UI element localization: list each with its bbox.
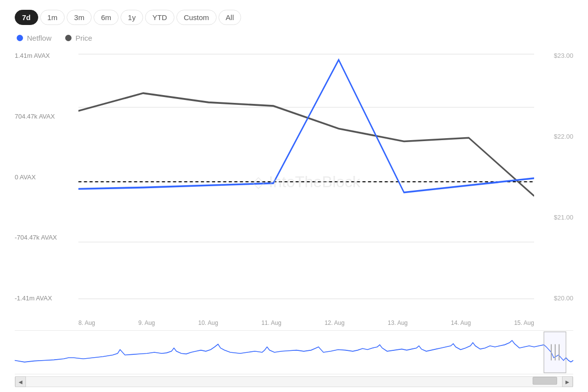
scroll-track[interactable] [26, 377, 562, 387]
netflow-dot [17, 35, 23, 41]
x-axis-label: 14. Aug [451, 319, 471, 326]
time-range-bar: 7d1m3m6m1yYTDCustomAll [15, 10, 573, 25]
y-left-label: 0 AVAX [15, 173, 74, 181]
time-btn-3m[interactable]: 3m [67, 10, 92, 25]
chart-svg-container: ◇ IntoTheBlock [78, 47, 534, 317]
y-right-label: $23.00 [538, 52, 573, 59]
y-right-label: $20.00 [538, 294, 573, 302]
x-axis-label: 10. Aug [198, 319, 219, 326]
time-btn-1y[interactable]: 1y [121, 10, 143, 25]
time-btn-all[interactable]: All [219, 10, 242, 25]
x-axis-label: 11. Aug [261, 319, 281, 326]
scroll-thumb[interactable] [533, 377, 557, 385]
time-btn-ytd[interactable]: YTD [145, 10, 174, 25]
scroll-left-arrow[interactable]: ◀ [15, 376, 26, 387]
x-axis-label: 15. Aug [514, 319, 534, 326]
y-right-label: $21.00 [538, 214, 573, 221]
x-axis-label: 13. Aug [388, 319, 408, 326]
scroll-bar: ◀ ▶ [15, 376, 573, 387]
price-dot [65, 35, 72, 41]
x-axis-label: 12. Aug [324, 319, 344, 326]
netflow-line [78, 60, 534, 193]
legend-price: Price [65, 34, 92, 42]
x-axis-label: 9. Aug [138, 319, 155, 326]
y-left-label: 1.41m AVAX [15, 52, 74, 59]
main-chart-wrapper: 1.41m AVAX704.47k AVAX0 AVAX-704.47k AVA… [15, 47, 573, 317]
time-btn-1m[interactable]: 1m [40, 10, 65, 25]
main-chart-svg [78, 47, 534, 317]
time-btn-7d[interactable]: 7d [15, 10, 38, 25]
x-axis: 8. Aug9. Aug10. Aug11. Aug12. Aug13. Aug… [78, 317, 534, 326]
time-btn-custom[interactable]: Custom [176, 10, 217, 25]
mini-chart-container [15, 330, 573, 374]
time-btn-6m[interactable]: 6m [94, 10, 119, 25]
y-right-label: $22.00 [538, 133, 573, 140]
y-axis-left: 1.41m AVAX704.47k AVAX0 AVAX-704.47k AVA… [15, 47, 78, 317]
legend-netflow: Netflow [17, 34, 51, 42]
legend: Netflow Price [15, 34, 573, 42]
y-left-label: 704.47k AVAX [15, 113, 74, 120]
mini-chart-svg [15, 331, 573, 374]
y-axis-right: $23.00$22.00$21.00$20.00 [534, 47, 573, 317]
scroll-right-arrow[interactable]: ▶ [562, 376, 573, 387]
price-label: Price [75, 34, 92, 42]
price-line [78, 93, 534, 196]
y-left-label: -704.47k AVAX [15, 234, 74, 241]
page-container: 7d1m3m6m1yYTDCustomAll Netflow Price 1.4… [0, 0, 588, 392]
x-axis-label: 8. Aug [78, 319, 95, 326]
netflow-label: Netflow [27, 34, 51, 42]
y-left-label: -1.41m AVAX [15, 294, 74, 302]
mini-netflow-line [15, 341, 573, 362]
